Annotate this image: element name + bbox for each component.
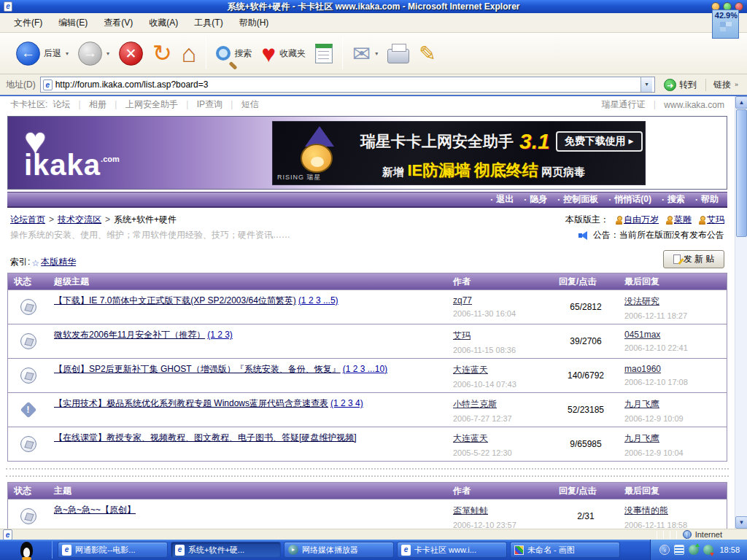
last-reply-user-link[interactable]: 九月飞鹰 [624,432,721,445]
favorites-button[interactable]: ♥ 收藏夹 [261,42,306,66]
last-reply-user-link[interactable]: 没事情的熊 [624,505,721,517]
moderator-name[interactable]: 艾玛 [707,214,724,226]
topic-title-link[interactable]: 急~急~急~~【原创】 [54,505,136,515]
topic-page-links[interactable]: (1 2 3 ...5) [298,295,338,306]
topic-page-links[interactable]: (1 2 3) [207,330,233,340]
taskbar-task-button[interactable]: 未命名 - 画图 [510,542,620,558]
taskbar-task-button[interactable]: ▸网络媒体播放器 [284,542,394,558]
header-banner[interactable]: ♥ ikaka.com 瑞星卡卡上网安全助手 3.1 免费下载使用 ▸ 新增 [7,116,727,190]
ikaka-logo[interactable]: ♥ ikaka.com [24,122,120,182]
mail-dropdown-icon[interactable]: ▾ [375,50,378,57]
author-link[interactable]: 小特兰克斯 [453,398,547,411]
tray-ime-icon[interactable] [674,545,684,555]
user-icon [616,216,622,225]
tray-back-icon[interactable]: ‹ [659,545,670,555]
back-button[interactable]: ← 后退 ▾ [16,42,69,66]
topics-table: 状态主题作者回复/点击最后回复 急~急~急~~【原创】盃箪鲑鲑2006-12-1… [7,482,727,529]
scroll-up-icon[interactable]: ▲ [735,96,747,109]
breadcrumb-item[interactable]: 论坛首页 [10,214,45,225]
moderator[interactable]: 自由万岁 [616,214,659,226]
moderator[interactable]: 菜雕 [666,214,692,226]
new-post-button[interactable]: 发 新 贴 [663,250,724,268]
topic-title-link[interactable]: 【下载】IE 7.0简体中文正式版下载(XP SP2/2003/64位简繁英) [54,295,296,306]
menu-item[interactable]: 工具(T) [186,15,231,31]
usernav-item[interactable]: ·退出 [490,193,514,206]
forward-dropdown-icon[interactable]: ▾ [107,50,109,57]
author-link[interactable]: 大连蓝天 [453,432,547,445]
board-digest-link[interactable]: 本版精华 [41,256,76,268]
author-link[interactable]: 盃箪鲑鲑 [453,505,547,517]
post-date: 2006-11-15 08:36 [453,346,547,354]
moderator[interactable]: 艾玛 [699,214,724,226]
last-reply-user-link[interactable]: 九月飞鹰 [624,398,721,411]
menu-item[interactable]: 收藏(A) [141,15,186,31]
edit-button[interactable]: ✎ [419,42,436,66]
topic-title-link[interactable]: 【实用技术】极品系统优化系列教程专题 Windows蓝屏代码含意速查表 [54,398,328,408]
scrollbar-thumb[interactable] [736,109,747,237]
ad-line2-prefix: 新增 [382,166,404,178]
usernav-item[interactable]: ·悄悄话(0) [608,193,651,206]
refresh-button[interactable]: ↻ [152,42,172,66]
last-reply-user-link[interactable]: 没法研究 [624,295,721,308]
site-link[interactable]: 瑞星通行证 [602,98,646,111]
taskbar-task-button[interactable]: e系统+软件+硬... [171,542,281,558]
tray-network-down-icon[interactable] [703,545,713,555]
history-button[interactable] [315,44,333,63]
scroll-down-icon[interactable]: ▼ [735,516,747,529]
mail-button[interactable]: ✉ ▾ [352,42,378,66]
start-penguin-icon[interactable] [20,542,33,559]
print-button[interactable] [387,43,409,63]
menu-item[interactable]: 文件(F) [6,15,50,31]
author-link[interactable]: 大连蓝天 [453,364,547,376]
topic-title-link[interactable]: 【在线课堂】教授专家、视频教程、图文教程、电子图书、答疑[硬盘维护视频] [54,432,357,443]
column-header: 超级主题 [48,276,447,288]
address-input[interactable]: e http://forum.ikaka.com/list.asp?board=… [40,77,655,93]
menu-item[interactable]: 查看(V) [96,15,141,31]
author-link[interactable]: zq77 [453,295,547,306]
moderator-name[interactable]: 菜雕 [674,214,692,226]
site-link[interactable]: 上网安全助手 [125,98,178,111]
breadcrumb-item[interactable]: 技术交流区 [58,214,101,225]
search-button[interactable]: 搜索 [216,46,252,61]
last-reply-user-link[interactable]: 0451max [624,330,721,340]
forward-button[interactable]: → ▾ [78,42,109,66]
task-buttons: e网通影院--电影...e系统+软件+硬...▸网络媒体播放器e卡卡社区 www… [56,542,622,558]
usernav-item[interactable]: ·搜索 [662,193,685,206]
stop-button[interactable]: ✕ [119,42,143,66]
topic-title-link[interactable]: 【原创】SP2后更新补丁集 GHOST（增强版）『系统安装、备份、恢复』 [54,364,341,374]
back-dropdown-icon[interactable]: ▾ [66,50,69,57]
bullet-icon: · [695,195,698,205]
site-link[interactable]: 论坛 [53,98,70,111]
address-url[interactable]: http://forum.ikaka.com/list.asp?board=3 [55,79,638,90]
links-toolbar[interactable]: 链接 » [705,79,744,91]
usernav-item[interactable]: ·控制面板 [557,193,598,206]
usernav-item[interactable]: ·隐身 [524,193,547,206]
site-link[interactable]: IP查询 [197,98,222,111]
usernav-item[interactable]: ·帮助 [695,193,719,206]
topic-page-links[interactable]: (1 2 3 ...10) [343,364,387,374]
post-date: 2006-12-10 23:57 [453,521,547,529]
ad-download-button[interactable]: 免费下载使用 ▸ [556,131,643,152]
address-dropdown-icon[interactable]: ▾ [640,77,652,92]
author-link[interactable]: 艾玛 [453,330,547,342]
menu-item[interactable]: 帮助(H) [231,15,277,31]
moderator-name[interactable]: 自由万岁 [624,214,659,226]
site-link[interactable]: www.ikaka.com [664,100,724,110]
last-reply-user-link[interactable]: mao1960 [624,364,721,374]
taskbar-task-button[interactable]: e卡卡社区 www.i... [397,542,507,558]
go-button[interactable]: ➜ 转到 [659,79,701,91]
site-links: 论坛｜相册｜上网安全助手｜IP查询｜短信 [53,98,258,111]
bullet-icon: · [490,195,493,205]
rising-ad-banner[interactable]: 瑞星卡卡上网安全助手 3.1 免费下载使用 ▸ 新增 IE防漏墙 彻底终结 网页… [272,121,646,185]
tray-network-up-icon[interactable] [689,545,699,555]
taskbar-task-button[interactable]: e网通影院--电影... [58,542,168,558]
topic-title-link[interactable]: 微软发布2006年11月安全补丁（推荐） [54,330,205,340]
vertical-scrollbar[interactable]: ▲ ▼ [735,96,747,529]
site-link[interactable]: 短信 [241,98,259,111]
topic-page-links[interactable]: (1 2 3 4) [330,398,363,408]
home-button[interactable]: ⌂ [182,42,197,66]
breadcrumb: 论坛首页>技术交流区>系统+软件+硬件 [10,214,177,226]
star-icon: ☆ [31,258,39,268]
site-link[interactable]: 相册 [89,98,107,111]
menu-item[interactable]: 编辑(E) [50,15,96,31]
